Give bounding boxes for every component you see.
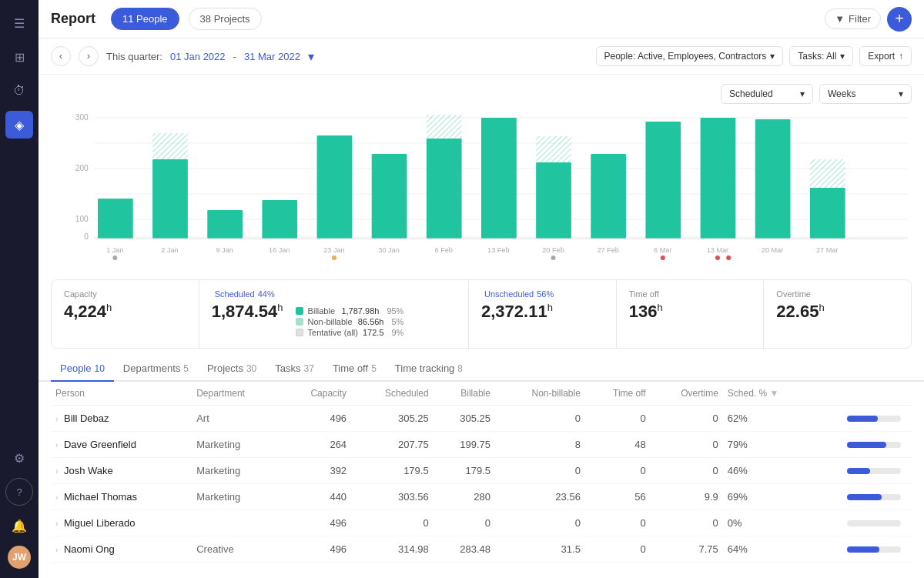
settings-icon[interactable]: ⚙ (5, 444, 33, 472)
sched-pct-value: 0% (728, 517, 752, 529)
cell-person: › Miguel Liberado (51, 510, 192, 536)
svg-text:23 Jan: 23 Jan (323, 246, 344, 254)
cell-progress-bar (842, 510, 912, 536)
svg-text:27 Mar: 27 Mar (816, 246, 838, 254)
tentative-label: Tentative (all) (308, 328, 358, 337)
prev-quarter-button[interactable]: ‹ (51, 46, 71, 66)
sched-pct-value: 64% (728, 543, 752, 555)
table-row[interactable]: › Bill Debaz Art 496 305.25 305.25 0 0 0… (51, 406, 912, 432)
date-end[interactable]: 31 Mar 2022 (244, 51, 300, 62)
expand-arrow[interactable]: › (55, 493, 58, 502)
svg-text:1 Jan: 1 Jan (106, 246, 123, 254)
cell-sched-pct: 62% (723, 406, 842, 432)
clock-icon[interactable]: ⏱ (5, 77, 33, 105)
people-filter-button[interactable]: People: Active, Employees, Contractors ▾ (596, 46, 784, 66)
col-department: Department (192, 382, 281, 406)
people-filter-chevron: ▾ (770, 51, 775, 62)
cell-capacity: 496 (281, 406, 351, 432)
svg-rect-26 (427, 139, 462, 239)
legend-billable: Billable 1,787.98h 95% (296, 306, 404, 316)
table-row[interactable]: › Miguel Liberado 496 0 0 0 0 0 0% (51, 510, 912, 536)
expand-arrow[interactable]: › (55, 467, 58, 476)
tasks-filter-button[interactable]: Tasks: All ▾ (789, 46, 853, 66)
expand-arrow[interactable]: › (55, 415, 58, 423)
cell-billable: 283.48 (434, 536, 495, 563)
col-person: Person (51, 382, 192, 406)
tab-time-tracking[interactable]: Time tracking 8 (386, 356, 472, 382)
svg-rect-33 (536, 136, 571, 162)
expand-arrow[interactable]: › (55, 520, 58, 528)
non-billable-label: Non-billable (308, 317, 353, 326)
cell-scheduled: 207.75 (351, 432, 434, 458)
next-quarter-button[interactable]: › (79, 46, 99, 66)
svg-point-23 (332, 256, 336, 260)
filter-icon: ▼ (835, 13, 845, 25)
filter-button[interactable]: ▼ Filter (825, 8, 881, 29)
cell-non-billable: 8 (495, 432, 585, 458)
tab-projects[interactable]: Projects 30 (198, 356, 266, 382)
tab-tasks[interactable]: Tasks 37 (266, 356, 323, 382)
table-row[interactable]: › Naomi Ong Creative 496 314.98 283.48 3… (51, 536, 912, 563)
col-time-off: Time off (585, 382, 651, 406)
weeks-dropdown[interactable]: Weeks ▾ (819, 84, 912, 104)
table-row[interactable]: › Dave Greenfield Marketing 264 207.75 1… (51, 432, 912, 458)
cell-overtime: 7.75 (651, 536, 723, 563)
stats-bar: Capacity 4,224h Scheduled44% 1,874.54h B… (51, 279, 912, 349)
svg-rect-27 (427, 115, 462, 139)
cell-scheduled: 305.25 (351, 406, 434, 432)
cell-department (192, 510, 281, 536)
export-button[interactable]: Export ↑ (859, 46, 912, 66)
tab-people[interactable]: People 10 (51, 356, 114, 382)
cell-capacity: 496 (281, 536, 351, 563)
date-dropdown-icon[interactable]: ▾ (308, 49, 314, 64)
cell-sched-pct: 69% (723, 484, 842, 510)
progress-bar-wrap (847, 520, 901, 526)
tab-projects[interactable]: 38 Projects (189, 8, 262, 30)
progress-bar-wrap (847, 416, 901, 422)
scheduled-dropdown[interactable]: Scheduled ▾ (721, 84, 813, 104)
bell-icon[interactable]: 🔔 (5, 512, 33, 540)
table-row[interactable]: › Michael Thomas Marketing 440 303.56 28… (51, 484, 912, 510)
expand-arrow[interactable]: › (55, 441, 58, 449)
capacity-stat: Capacity 4,224h (52, 280, 199, 348)
col-capacity: Capacity (281, 382, 351, 406)
svg-point-41 (661, 256, 665, 260)
progress-bar-wrap (847, 468, 901, 474)
cell-progress-bar (842, 432, 912, 458)
add-button[interactable]: + (887, 7, 912, 32)
cell-capacity: 392 (281, 458, 351, 484)
scheduled-label: Scheduled (729, 89, 773, 99)
menu-icon[interactable]: ☰ (5, 9, 33, 37)
cell-department: Creative (192, 536, 281, 563)
tab-people[interactable]: 11 People (111, 8, 179, 30)
people-filter-label: People: Active, Employees, Contractors (604, 51, 767, 62)
tab-projects-label: Projects (207, 363, 243, 374)
filter-dropdowns: People: Active, Employees, Contractors ▾… (596, 46, 912, 66)
col-scheduled: Scheduled (351, 382, 434, 406)
table-row[interactable]: › Josh Wake Marketing 392 179.5 179.5 0 … (51, 458, 912, 484)
cell-time-off: 0 (585, 458, 651, 484)
cell-overtime: 0 (651, 432, 723, 458)
expand-arrow[interactable]: › (55, 546, 58, 554)
user-avatar[interactable]: JW (8, 546, 31, 569)
dashboard-icon[interactable]: ⊞ (5, 43, 33, 71)
cell-progress-bar (842, 406, 912, 432)
table-header-row: Person Department Capacity Scheduled Bil… (51, 382, 912, 406)
tab-departments[interactable]: Departments 5 (114, 356, 198, 382)
cell-person: › Bill Debaz (51, 406, 192, 432)
sched-pct-value: 62% (728, 413, 752, 424)
main-content: Report 11 People 38 Projects ▼ Filter + … (38, 0, 924, 578)
non-billable-value: 86.56h (358, 317, 384, 326)
cell-person: › Naomi Ong (51, 536, 192, 563)
cell-sched-pct: 46% (723, 458, 842, 484)
date-start[interactable]: 01 Jan 2022 (170, 51, 226, 62)
help-icon[interactable]: ? (5, 478, 33, 506)
capacity-label: Capacity (64, 289, 186, 299)
sort-icon[interactable]: ▼ (770, 388, 779, 399)
col-sched-pct[interactable]: Sched. % ▼ (723, 382, 842, 406)
svg-text:30 Jan: 30 Jan (378, 246, 399, 254)
legend-non-billable: Non-billable 86.56h 5% (296, 317, 404, 326)
tab-time-off[interactable]: Time off 5 (323, 356, 386, 382)
tab-time-tracking-count: 8 (457, 363, 463, 374)
chart-icon[interactable]: ◈ (5, 111, 33, 139)
